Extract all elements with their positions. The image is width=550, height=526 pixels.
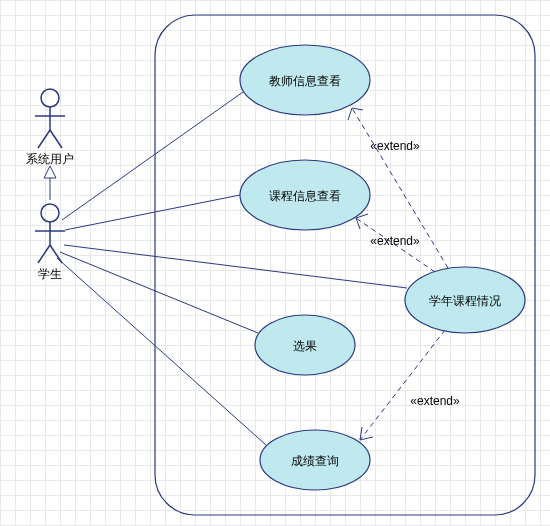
use-case-diagram: 系统用户 学生 教师信息查看 课程信息查看 选果 成绩查询 学年课程情况 bbox=[0, 0, 550, 526]
svg-line-19 bbox=[360, 330, 445, 440]
svg-line-3 bbox=[38, 130, 50, 148]
extend-uc5-uc2-label: «extend» bbox=[370, 234, 420, 248]
extend-uc5-uc1-label: «extend» bbox=[370, 139, 420, 153]
svg-line-8 bbox=[38, 245, 50, 263]
generalization-student-to-systemuser bbox=[44, 166, 56, 200]
usecase-grade-query-label: 成绩查询 bbox=[291, 454, 339, 468]
extend-uc5-uc4: «extend» bbox=[360, 330, 460, 440]
assoc-student-uc4 bbox=[57, 258, 266, 445]
usecase-select: 选果 bbox=[255, 315, 355, 375]
usecase-course-info: 课程信息查看 bbox=[240, 160, 370, 230]
assoc-student-uc3 bbox=[60, 252, 258, 333]
usecase-select-label: 选果 bbox=[293, 339, 317, 353]
usecase-grade-query: 成绩查询 bbox=[260, 430, 370, 490]
actor-student: 学生 bbox=[35, 204, 65, 281]
assoc-student-uc5 bbox=[64, 245, 407, 288]
assoc-student-uc2 bbox=[65, 195, 240, 230]
svg-point-0 bbox=[41, 89, 59, 107]
actor-student-label: 学生 bbox=[38, 267, 62, 281]
usecase-year-course: 学年课程情况 bbox=[405, 267, 525, 333]
usecase-teacher-info-label: 教师信息查看 bbox=[269, 74, 341, 88]
usecase-year-course-label: 学年课程情况 bbox=[429, 294, 501, 308]
usecase-teacher-info: 教师信息查看 bbox=[240, 45, 370, 115]
assoc-student-uc1 bbox=[62, 92, 243, 220]
actor-system-user: 系统用户 bbox=[26, 89, 74, 166]
svg-point-5 bbox=[41, 204, 59, 222]
svg-marker-11 bbox=[44, 166, 56, 178]
extend-uc5-uc2: «extend» bbox=[356, 214, 435, 272]
usecase-course-info-label: 课程信息查看 bbox=[269, 189, 341, 203]
extend-uc5-uc4-label: «extend» bbox=[410, 394, 460, 408]
actor-system-user-label: 系统用户 bbox=[26, 152, 74, 166]
svg-line-4 bbox=[50, 130, 62, 148]
